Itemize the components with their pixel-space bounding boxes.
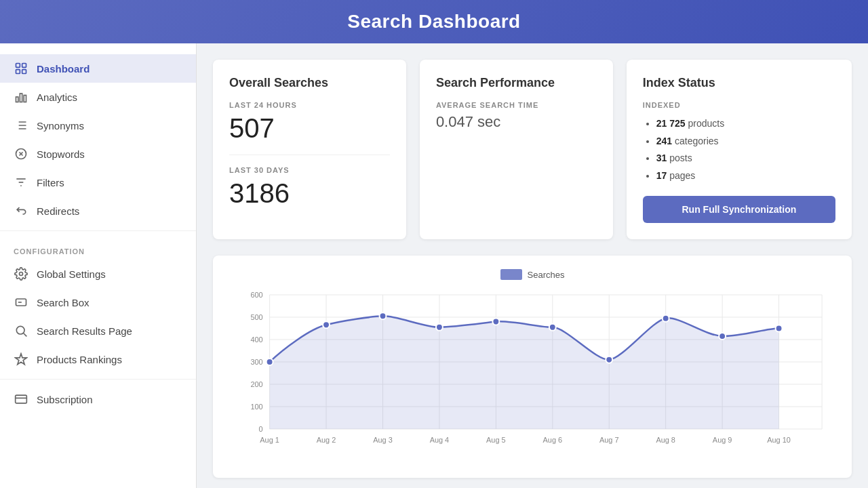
sidebar-item-subscription-label: Subscription xyxy=(37,394,93,405)
search-performance-card: Search Performance AVERAGE SEARCH TIME 0… xyxy=(420,60,613,239)
sync-button[interactable]: Run Full Synchronization xyxy=(643,196,835,223)
svg-text:Aug 9: Aug 9 xyxy=(713,436,732,444)
last-24-label: LAST 24 HOURS xyxy=(229,101,390,109)
legend-label: Searches xyxy=(528,270,565,280)
last-24-value: 507 xyxy=(229,113,390,144)
svg-text:Aug 7: Aug 7 xyxy=(599,436,619,444)
searchbox-icon xyxy=(14,295,28,310)
filters-icon xyxy=(14,175,28,190)
svg-rect-16 xyxy=(16,395,27,403)
sidebar-item-search-results-label: Search Results Page xyxy=(37,325,132,337)
stat-divider xyxy=(229,155,390,155)
svg-rect-3 xyxy=(22,70,26,74)
sidebar-divider xyxy=(0,230,196,231)
sidebar-item-synonyms-label: Synonyms xyxy=(37,120,84,131)
analytics-icon xyxy=(14,89,28,104)
chart-dot-6 xyxy=(549,324,556,331)
sidebar: Dashboard Analytics Synonyms xyxy=(0,43,197,488)
gear-icon xyxy=(14,266,28,281)
indexed-label: INDEXED xyxy=(643,101,835,109)
index-status-card: Index Status INDEXED 21 725 products 241… xyxy=(627,60,852,239)
avg-label: AVERAGE SEARCH TIME xyxy=(436,101,597,109)
synonyms-icon xyxy=(14,118,28,133)
sidebar-item-redirects[interactable]: Redirects xyxy=(0,197,196,225)
index-item-pages: 17 pages xyxy=(656,169,835,183)
chart-dot-9 xyxy=(719,333,726,340)
svg-text:0: 0 xyxy=(259,425,263,433)
sidebar-item-redirects-label: Redirects xyxy=(37,205,79,217)
svg-text:Aug 5: Aug 5 xyxy=(486,436,506,444)
svg-text:Aug 6: Aug 6 xyxy=(543,436,563,444)
last-30-label: LAST 30 DAYS xyxy=(229,166,390,174)
posts-count: 31 xyxy=(656,152,667,163)
svg-text:Aug 3: Aug 3 xyxy=(373,436,393,444)
sidebar-item-global-settings[interactable]: Global Settings xyxy=(0,260,196,288)
chart-svg: 600 500 400 300 200 100 0 Aug 1 Aug 2 Au… xyxy=(229,288,835,464)
legend-box xyxy=(500,269,522,280)
sidebar-item-products-rankings-label: Products Rankings xyxy=(37,354,122,365)
page-header: Search Dashboard xyxy=(0,0,868,43)
cards-row: Overall Searches LAST 24 HOURS 507 LAST … xyxy=(213,60,852,239)
avg-value: 0.047 sec xyxy=(436,113,597,131)
sidebar-divider-2 xyxy=(0,379,196,380)
redirects-icon xyxy=(14,203,28,218)
index-list: 21 725 products 241 categories 31 posts … xyxy=(643,117,835,182)
svg-text:100: 100 xyxy=(250,403,262,411)
chart-dot-7 xyxy=(606,357,612,363)
sidebar-item-subscription[interactable]: Subscription xyxy=(0,385,196,413)
svg-text:300: 300 xyxy=(250,358,262,366)
sidebar-item-search-results-page[interactable]: Search Results Page xyxy=(0,317,196,345)
svg-text:Aug 2: Aug 2 xyxy=(317,436,336,444)
svg-rect-6 xyxy=(24,96,26,102)
svg-point-14 xyxy=(16,326,24,334)
sidebar-item-products-rankings[interactable]: Products Rankings xyxy=(0,345,196,373)
products-count: 21 725 xyxy=(656,118,686,129)
subscription-icon xyxy=(14,392,28,407)
sidebar-item-synonyms[interactable]: Synonyms xyxy=(0,111,196,140)
svg-text:Aug 8: Aug 8 xyxy=(656,436,675,444)
page-title: Search Dashboard xyxy=(347,11,520,33)
search-performance-title: Search Performance xyxy=(436,76,597,90)
content-area: Overall Searches LAST 24 HOURS 507 LAST … xyxy=(197,43,868,488)
chart-card: Searches xyxy=(213,256,852,478)
svg-rect-5 xyxy=(20,94,22,102)
sidebar-item-dashboard-label: Dashboard xyxy=(37,63,90,75)
sidebar-item-search-box-label: Search Box xyxy=(37,297,90,308)
svg-line-15 xyxy=(24,333,27,337)
pages-count: 17 xyxy=(656,170,667,181)
chart-dot-8 xyxy=(663,315,669,322)
svg-point-11 xyxy=(20,272,23,276)
chart-dot-1 xyxy=(267,359,273,365)
overall-searches-title: Overall Searches xyxy=(229,76,390,90)
sidebar-item-filters[interactable]: Filters xyxy=(0,168,196,197)
rankings-icon xyxy=(14,352,28,367)
chart-container: 600 500 400 300 200 100 0 Aug 1 Aug 2 Au… xyxy=(229,288,835,464)
categories-count: 241 xyxy=(656,136,672,146)
sidebar-item-search-box[interactable]: Search Box xyxy=(0,288,196,317)
svg-rect-2 xyxy=(16,70,20,74)
sidebar-item-analytics-label: Analytics xyxy=(37,92,77,103)
index-status-title: Index Status xyxy=(643,76,835,90)
chart-dot-10 xyxy=(776,325,783,332)
svg-text:200: 200 xyxy=(250,380,262,388)
sidebar-item-dashboard[interactable]: Dashboard xyxy=(0,54,196,83)
sidebar-item-analytics[interactable]: Analytics xyxy=(0,83,196,111)
svg-text:500: 500 xyxy=(250,313,262,321)
svg-rect-4 xyxy=(16,97,18,102)
last-30-value: 3186 xyxy=(229,178,390,209)
sidebar-item-stopwords-label: Stopwords xyxy=(37,148,85,160)
svg-rect-0 xyxy=(16,64,20,68)
sidebar-item-stopwords[interactable]: Stopwords xyxy=(0,140,196,168)
svg-text:Aug 1: Aug 1 xyxy=(260,436,279,444)
index-item-products: 21 725 products xyxy=(656,117,835,131)
chart-dot-4 xyxy=(436,324,443,331)
svg-text:600: 600 xyxy=(250,291,262,299)
sidebar-item-filters-label: Filters xyxy=(37,177,64,188)
config-section-label: CONFIGURATION xyxy=(0,237,196,260)
main-layout: Dashboard Analytics Synonyms xyxy=(0,43,868,488)
chart-legend: Searches xyxy=(229,269,835,280)
dashboard-icon xyxy=(14,61,28,76)
index-item-posts: 31 posts xyxy=(656,152,835,165)
svg-text:400: 400 xyxy=(250,336,262,344)
index-item-categories: 241 categories xyxy=(656,135,835,148)
